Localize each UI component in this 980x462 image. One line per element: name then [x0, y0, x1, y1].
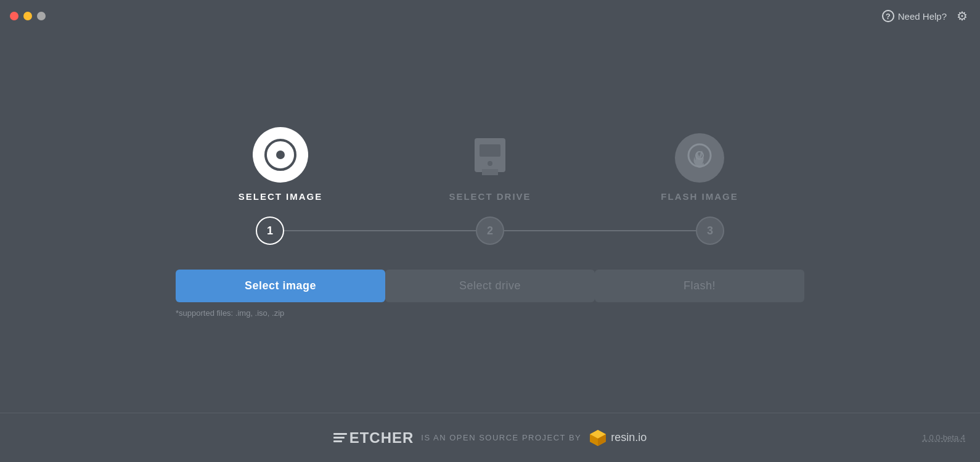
- resin-cube-icon: [589, 429, 607, 447]
- step-2-item: SELECT DRIVE: [385, 133, 595, 202]
- drive-icon: [468, 135, 512, 181]
- step-line-2-3: [504, 230, 696, 231]
- etcher-text: ETCHER: [349, 429, 414, 447]
- select-drive-button[interactable]: Select drive: [385, 270, 595, 302]
- etcher-line-1: [333, 433, 347, 435]
- resin-text: resin.io: [611, 431, 647, 444]
- flash-col: Flash!: [595, 270, 804, 302]
- select-image-button[interactable]: Select image: [176, 270, 385, 302]
- steps-icons-row: SELECT IMAGE SELECT DRIVE: [0, 127, 980, 202]
- footer: ETCHER IS AN OPEN SOURCE PROJECT BY resi…: [0, 413, 980, 462]
- title-bar: ? Need Help? ⚙: [0, 0, 980, 32]
- step-3-item: FLASH IMAGE: [595, 133, 804, 202]
- main-content: SELECT IMAGE SELECT DRIVE: [0, 32, 980, 413]
- select-image-col: Select image *supported files: .img, .is…: [176, 270, 385, 318]
- step-line-1-2: [284, 230, 476, 231]
- step-3-icon-wrapper: [675, 133, 724, 183]
- step-1-label: SELECT IMAGE: [239, 191, 323, 202]
- close-button[interactable]: [10, 12, 18, 20]
- step-circle-1: 1: [256, 217, 284, 245]
- etcher-line-2: [333, 437, 345, 439]
- svg-rect-1: [482, 169, 498, 175]
- etcher-logo: ETCHER: [333, 429, 414, 447]
- traffic-lights: [10, 12, 46, 20]
- flash-icon: [682, 141, 717, 175]
- action-buttons-row: Select image *supported files: .img, .is…: [0, 270, 980, 318]
- select-drive-col: Select drive: [385, 270, 595, 302]
- step-3-label: FLASH IMAGE: [661, 191, 738, 202]
- resin-logo: resin.io: [589, 429, 647, 447]
- minimize-button[interactable]: [23, 12, 32, 20]
- disc-center: [276, 151, 285, 159]
- flash-button[interactable]: Flash!: [595, 270, 804, 302]
- maximize-button[interactable]: [37, 12, 46, 20]
- version-label: 1.0.0-beta.4: [923, 433, 965, 442]
- disc-mid-ring: [264, 139, 296, 171]
- step-2-icon-wrapper: [465, 133, 515, 183]
- title-bar-right: ? Need Help? ⚙: [882, 0, 968, 32]
- svg-point-3: [488, 161, 492, 166]
- help-icon: ?: [882, 10, 894, 22]
- disc-icon: [253, 127, 308, 183]
- step-2-label: SELECT DRIVE: [449, 191, 531, 202]
- help-link[interactable]: ? Need Help?: [882, 10, 947, 22]
- etcher-lines-icon: [333, 433, 347, 442]
- supported-files-label: *supported files: .img, .iso, .zip: [176, 308, 284, 318]
- steps-progress: 1 2 3: [256, 217, 724, 245]
- step-circle-3: 3: [696, 217, 724, 245]
- step-1-icon-wrapper: [253, 127, 308, 183]
- gear-icon[interactable]: ⚙: [957, 9, 968, 23]
- step-circle-2: 2: [476, 217, 504, 245]
- svg-rect-2: [480, 144, 500, 157]
- step-1-item: SELECT IMAGE: [176, 127, 385, 202]
- help-label: Need Help?: [898, 11, 947, 22]
- etcher-line-3: [333, 440, 342, 442]
- footer-description: IS AN OPEN SOURCE PROJECT BY: [421, 433, 581, 442]
